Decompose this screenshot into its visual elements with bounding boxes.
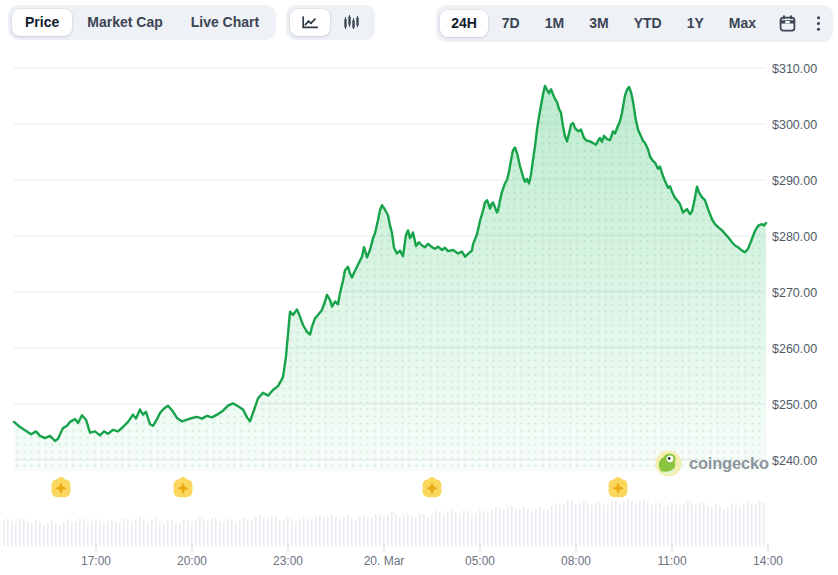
volume-bar [703,502,705,546]
volume-bar [139,517,141,546]
range-24h[interactable]: 24H [440,10,488,37]
volume-bar [427,516,429,546]
volume-bars [3,499,765,546]
y-tick-label: $310.00 [772,62,817,76]
volume-bar [579,503,581,546]
volume-bar [475,513,477,546]
volume-bar [683,503,685,546]
range-1y[interactable]: 1Y [676,10,715,37]
volume-bar [615,501,617,546]
volume-bar [347,516,349,546]
coingecko-logo-icon [655,450,682,477]
volume-bar [23,518,25,546]
volume-bar [687,501,689,546]
volume-bar [611,501,613,546]
range-7d[interactable]: 7D [491,10,531,37]
line-chart-icon [300,14,320,31]
volume-bar [11,521,13,546]
volume-bar [147,522,149,546]
volume-bar [135,520,137,546]
volume-bar [627,499,629,546]
volume-bar [199,517,201,546]
volume-bar [455,512,457,546]
volume-bar [203,519,205,546]
tab-live-chart[interactable]: Live Chart [178,9,272,36]
volume-bar [463,510,465,546]
volume-bar [55,523,57,546]
tab-market-cap[interactable]: Market Cap [74,9,175,36]
x-tick-label: 20:00 [177,554,207,568]
volume-bar [131,521,133,546]
volume-bar [127,518,129,546]
volume-bar [399,517,401,546]
volume-bar [499,509,501,546]
chart-type-switch [286,5,375,40]
volume-bar [495,507,497,546]
volume-bar [587,503,589,546]
volume-bar [491,510,493,546]
volume-bar [71,522,73,546]
volume-bar [519,509,521,546]
volume-bar [391,512,393,546]
volume-bar [143,519,145,546]
x-tick-label: 08:00 [561,554,591,568]
volume-bar [43,525,45,546]
volume-bar [319,515,321,546]
volume-bar [59,525,61,546]
volume-bar [335,516,337,546]
y-tick-label: $260.00 [772,342,817,356]
volume-bar [287,517,289,546]
volume-bar [663,506,665,546]
calendar-button[interactable] [770,9,805,38]
volume-bar [275,517,277,546]
volume-bar [419,514,421,546]
volume-bar [363,516,365,546]
volume-bar [695,505,697,546]
volume-bar [83,519,85,546]
more-options-button[interactable] [808,10,829,37]
volume-bar [723,508,725,546]
volume-bar [343,517,345,546]
volume-bar [383,517,385,546]
sparkle-marker[interactable] [423,477,442,497]
volume-bar [639,501,641,546]
volume-bar [307,519,309,546]
volume-bar [239,521,241,546]
candle-chart-type-button[interactable] [332,9,371,36]
volume-bar [231,520,233,546]
range-3m[interactable]: 3M [578,10,619,37]
sparkle-marker[interactable] [52,477,71,497]
range-1m[interactable]: 1M [534,10,575,37]
volume-bar [243,517,245,546]
volume-bar [583,500,585,546]
volume-bar [555,503,557,546]
volume-bar [759,501,761,546]
volume-bar [631,500,633,546]
range-ytd[interactable]: YTD [623,10,673,37]
volume-bar [279,520,281,546]
volume-bar [675,503,677,546]
sparkle-marker[interactable] [609,477,628,497]
line-chart-type-button[interactable] [290,9,330,36]
volume-bar [739,507,741,546]
chart-toolbar: Price Market Cap Live Chart [8,5,833,42]
volume-bar [35,520,37,546]
volume-bar [355,520,357,546]
volume-bar [443,514,445,546]
volume-bar [87,522,89,546]
y-axis-labels: $310.00$300.00$290.00$280.00$270.00$260.… [772,62,817,468]
volume-bar [715,504,717,546]
volume-bar [323,518,325,546]
sparkle-marker[interactable] [174,477,193,497]
volume-bar [539,507,541,546]
volume-bar [591,505,593,546]
volume-bar [447,511,449,546]
tab-price[interactable]: Price [12,9,72,36]
x-tick-label: 05:00 [465,554,495,568]
volume-bar [439,512,441,546]
price-chart[interactable]: 17:0020:0023:0020. Mar05:0008:0011:0014:… [0,0,838,575]
volume-bar [503,510,505,546]
range-max[interactable]: Max [718,10,767,37]
volume-bar [479,510,481,546]
volume-bar [603,504,605,546]
